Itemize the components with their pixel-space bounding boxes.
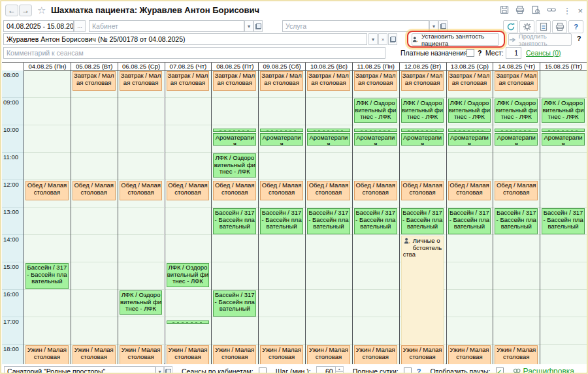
more-icon[interactable]: ⋮: [563, 7, 571, 16]
event-meal[interactable]: Обед / Малая столовая: [260, 181, 303, 200]
event-meal[interactable]: Ужин / Малая столовая: [307, 345, 350, 364]
refresh-button[interactable]: [503, 20, 518, 33]
event-meal[interactable]: Ужин / Малая столовая: [120, 345, 163, 364]
event-meal[interactable]: Обед / Малая столовая: [213, 181, 256, 200]
event-proc[interactable]: Ароматерапия: [401, 133, 444, 146]
event-sliver[interactable]: [542, 129, 585, 132]
day-column-3[interactable]: Завтрак / Малая столоваяОбед / Малая сто…: [118, 70, 165, 364]
day-column-1[interactable]: Обед / Малая столоваяБассейн / 317 - Бас…: [24, 70, 71, 364]
event-proc[interactable]: Ароматерапия: [354, 133, 397, 146]
event-meal[interactable]: Ужин / Малая столовая: [213, 345, 256, 364]
link-icon[interactable]: [547, 5, 556, 17]
day-column-8[interactable]: Завтрак / Малая столоваяЛФК / Оздоровите…: [352, 70, 399, 364]
day-column-11[interactable]: Завтрак / Малая столоваяЛФК / Оздоровите…: [493, 70, 540, 364]
sanatorium-dropdown-button[interactable]: ▾: [155, 366, 164, 374]
set-busy-button[interactable]: Установить занятость пациента: [412, 33, 499, 46]
event-proc[interactable]: Ароматерапия: [448, 133, 491, 146]
event-meal[interactable]: Обед / Малая столовая: [73, 181, 116, 200]
event-proc[interactable]: Бассейн / 317 - Бассейн плавательный: [354, 208, 397, 234]
event-proc[interactable]: ЛФК / Оздоровительный фитнес - ЛФК: [167, 263, 210, 287]
event-sliver[interactable]: [495, 129, 538, 132]
event-sliver[interactable]: [354, 129, 397, 132]
decode-link[interactable]: Расшифровка: [523, 367, 574, 374]
event-meal[interactable]: Ужин / Малая столовая: [260, 345, 303, 364]
step-input[interactable]: 60: [316, 366, 336, 374]
patient-dropdown-button[interactable]: ▾: [368, 33, 378, 45]
patient-clear-button[interactable]: ×: [378, 33, 387, 45]
service-input[interactable]: Услуга: [282, 20, 429, 32]
event-sliver[interactable]: [307, 129, 350, 132]
comment-input[interactable]: Комментарий к сеансам: [3, 47, 385, 59]
event-proc[interactable]: Бассейн / 317 - Бассейн плавательный: [448, 208, 491, 234]
settings-gear-button[interactable]: [519, 20, 534, 33]
event-meal[interactable]: Ужин / Малая столовая: [495, 345, 538, 364]
step-down-button[interactable]: ▾: [336, 371, 344, 374]
event-sliver[interactable]: [213, 129, 256, 132]
event-meal[interactable]: Завтрак / Малая столовая: [354, 71, 397, 91]
event-meal[interactable]: Ужин / Малая столовая: [73, 345, 116, 364]
event-proc[interactable]: ЛФК / Оздоровительный фитнес - ЛФК: [401, 99, 444, 123]
event-busy[interactable]: Личные обстоятельства: [401, 236, 444, 358]
event-meal[interactable]: Обед / Малая столовая: [354, 181, 397, 200]
event-meal[interactable]: Ужин / Малая столовая: [448, 345, 491, 364]
event-meal[interactable]: Обед / Малая столовая: [120, 181, 163, 200]
forward-button[interactable]: →: [19, 5, 32, 16]
extend-help-link[interactable]: ?: [577, 35, 581, 42]
print-form-button[interactable]: [552, 20, 567, 33]
event-proc[interactable]: Бассейн / 317 - Бассейн плавательный: [213, 208, 256, 234]
event-meal[interactable]: Обед / Малая столовая: [167, 181, 210, 200]
event-proc[interactable]: Бассейн / 317 - Бассейн плавательный: [307, 208, 350, 234]
preview-icon[interactable]: [531, 5, 540, 17]
step-up-button[interactable]: ▴: [336, 366, 344, 372]
event-sliver[interactable]: [167, 320, 210, 324]
patient-open-button[interactable]: [388, 33, 397, 45]
day-column-4[interactable]: Завтрак / Малая столоваяОбед / Малая сто…: [165, 70, 212, 364]
event-proc[interactable]: Ароматерапия: [542, 133, 585, 146]
cabinet-open-button[interactable]: [253, 20, 263, 32]
event-meal[interactable]: Обед / Малая столовая: [401, 181, 444, 200]
day-column-12[interactable]: ЛФК / Оздоровительный фитнес - ЛФКАромат…: [540, 70, 587, 364]
event-proc[interactable]: Бассейн / 317 - Бассейн плавательный: [213, 290, 256, 317]
sanatorium-input[interactable]: Санаторий "Родные просторы": [4, 366, 155, 374]
service-open-button[interactable]: [438, 20, 448, 32]
event-sliver[interactable]: [448, 129, 491, 132]
day-column-7[interactable]: Завтрак / Малая столоваяАроматерапияОбед…: [305, 70, 352, 364]
event-meal[interactable]: Завтрак / Малая столовая: [167, 71, 210, 91]
day-column-2[interactable]: Завтрак / Малая столоваяОбед / Малая сто…: [71, 70, 118, 364]
close-icon[interactable]: ×: [578, 7, 583, 16]
event-proc[interactable]: Бассейн / 317 - Бассейн плавательный: [25, 263, 69, 289]
show-pauses-checkbox[interactable]: ✓: [496, 367, 504, 374]
event-proc[interactable]: ЛФК / Оздоровительный фитнес - ЛФК: [120, 290, 163, 315]
day-column-5[interactable]: Завтрак / Малая столоваяАроматерапияЛФК …: [211, 70, 258, 364]
event-meal[interactable]: Обед / Малая столовая: [307, 181, 350, 200]
period-input[interactable]: 04.08.2025 - 15.08.2025: [3, 20, 74, 32]
sessions-link[interactable]: Сеансы (0): [526, 49, 561, 57]
sanatorium-open-button[interactable]: [164, 366, 172, 374]
event-meal[interactable]: Ужин / Малая столовая: [401, 345, 444, 364]
paid-checkbox[interactable]: [466, 49, 474, 57]
event-meal[interactable]: Ужин / Малая столовая: [25, 345, 69, 364]
help-button[interactable]: ?: [568, 20, 583, 33]
event-proc[interactable]: Ароматерапия: [213, 133, 256, 146]
event-meal[interactable]: Завтрак / Малая столовая: [213, 71, 256, 91]
favorite-star-icon[interactable]: ☆: [37, 5, 46, 16]
event-proc[interactable]: ЛФК / Оздоровительный фитнес - ЛФК: [448, 99, 491, 123]
event-meal[interactable]: Завтрак / Малая столовая: [401, 71, 444, 91]
event-proc[interactable]: Бассейн / 317 - Бассейн плавательный: [401, 208, 444, 234]
print-icon[interactable]: [515, 5, 525, 17]
period-picker-button[interactable]: ...: [74, 20, 86, 32]
event-proc[interactable]: Бассейн / 317 - Бассейн плавательный: [495, 208, 538, 234]
event-meal[interactable]: Ужин / Малая столовая: [167, 345, 210, 364]
event-meal[interactable]: Завтрак / Малая столовая: [73, 71, 116, 91]
event-meal[interactable]: Завтрак / Малая столовая: [120, 71, 163, 91]
event-meal[interactable]: Обед / Малая столовая: [448, 181, 491, 200]
event-meal[interactable]: Обед / Малая столовая: [495, 181, 538, 200]
event-proc[interactable]: Ароматерапия: [260, 133, 303, 146]
event-proc[interactable]: Бассейн / 317 - Бассейн плавательный: [542, 208, 585, 234]
by-cabinet-checkbox[interactable]: [259, 367, 267, 374]
event-meal[interactable]: Обед / Малая столовая: [25, 181, 69, 200]
patient-input[interactable]: Журавлев Антон Борисович (№ 25/00178 от …: [3, 33, 367, 45]
cabinet-input[interactable]: Кабинет: [89, 20, 244, 32]
event-proc[interactable]: Бассейн / 317 - Бассейн плавательный: [260, 208, 303, 234]
seats-input[interactable]: 1: [506, 47, 521, 59]
